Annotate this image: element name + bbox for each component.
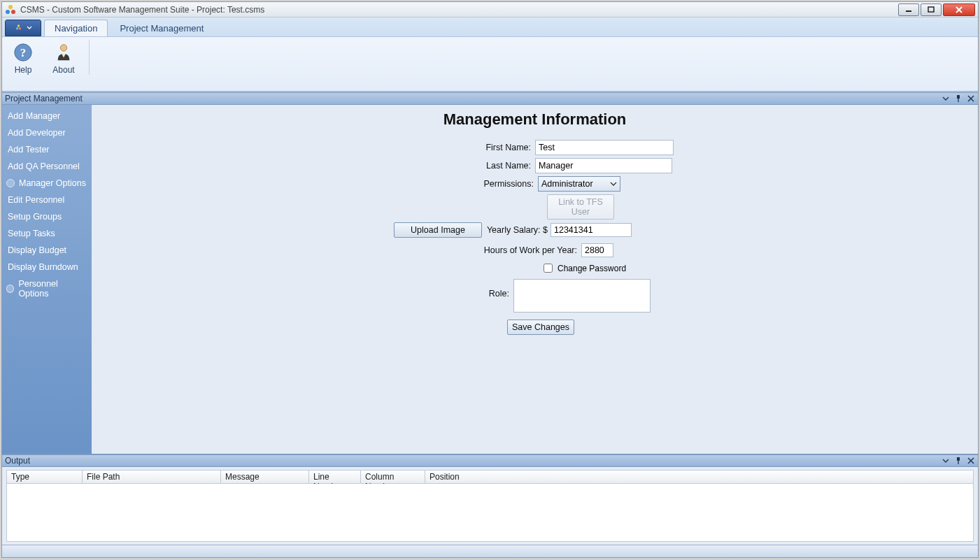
col-message[interactable]: Message xyxy=(221,471,309,483)
output-columns: Type File Path Message Line Number Colum… xyxy=(6,470,974,484)
last-name-label: Last Name: xyxy=(92,161,531,171)
ribbon-tabstrip: Navigation Project Management xyxy=(2,17,978,37)
svg-point-12 xyxy=(60,45,66,51)
window-title: CSMS - Custom Software Management Suite … xyxy=(20,5,264,15)
col-type[interactable]: Type xyxy=(7,471,83,483)
role-label: Role: xyxy=(92,279,509,299)
tab-navigation[interactable]: Navigation xyxy=(44,20,108,36)
title-bar: CSMS - Custom Software Management Suite … xyxy=(2,2,978,17)
panel-close-icon[interactable] xyxy=(967,94,975,103)
radio-icon xyxy=(6,285,14,293)
app-menu-button[interactable] xyxy=(5,20,41,36)
tab-project-management[interactable]: Project Management xyxy=(109,20,214,36)
col-file-path[interactable]: File Path xyxy=(83,471,221,483)
pm-sidebar: Add Manager Add Developer Add Tester Add… xyxy=(2,105,92,454)
sidebar-item-add-manager[interactable]: Add Manager xyxy=(2,108,92,124)
save-changes-button[interactable]: Save Changes xyxy=(507,320,574,335)
ribbon-body: ? Help About xyxy=(2,37,978,92)
sidebar-item-add-tester[interactable]: Add Tester xyxy=(2,141,92,158)
svg-point-1 xyxy=(6,10,10,14)
last-name-input[interactable] xyxy=(535,158,672,173)
pin-icon[interactable] xyxy=(954,457,963,465)
sidebar-item-add-developer[interactable]: Add Developer xyxy=(2,124,92,141)
svg-point-0 xyxy=(8,5,13,9)
first-name-input[interactable] xyxy=(535,140,674,155)
yearly-salary-input[interactable] xyxy=(551,223,632,237)
permissions-select[interactable]: Administrator xyxy=(538,176,620,192)
col-line[interactable]: Line Number xyxy=(309,471,361,483)
ribbon-group: ? Help About xyxy=(8,40,90,75)
sidebar-item-edit-personnel[interactable]: Edit Personnel xyxy=(2,192,92,208)
about-icon xyxy=(52,41,75,64)
panel-close-icon[interactable] xyxy=(967,457,975,465)
sidebar-item-manager-options[interactable]: Manager Options xyxy=(2,175,92,192)
sidebar-item-setup-tasks[interactable]: Setup Tasks xyxy=(2,225,92,242)
svg-point-2 xyxy=(11,10,15,14)
sidebar-item-display-burndown[interactable]: Display Burndown xyxy=(2,259,92,275)
output-panel-header: Output xyxy=(2,454,978,467)
col-column[interactable]: Column Number xyxy=(361,471,425,483)
svg-point-9 xyxy=(19,27,21,29)
sidebar-item-setup-groups[interactable]: Setup Groups xyxy=(2,208,92,225)
sidebar-item-add-qa[interactable]: Add QA Personnel xyxy=(2,158,92,175)
help-button[interactable]: ? Help xyxy=(8,40,38,75)
first-name-label: First Name: xyxy=(92,143,531,152)
help-label: Help xyxy=(15,65,32,75)
status-bar xyxy=(2,545,978,557)
svg-point-7 xyxy=(17,24,20,27)
svg-rect-17 xyxy=(957,457,960,461)
minimize-button[interactable] xyxy=(898,3,919,16)
upload-image-button[interactable]: Upload Image xyxy=(394,222,482,238)
sidebar-item-label: Personnel Options xyxy=(18,279,86,299)
svg-point-8 xyxy=(16,27,18,29)
role-input[interactable] xyxy=(513,279,651,313)
help-icon: ? xyxy=(12,41,34,64)
link-tfs-button: Link to TFS User xyxy=(547,194,614,220)
col-position[interactable]: Position xyxy=(425,471,467,483)
pin-icon[interactable] xyxy=(954,94,963,103)
permissions-value: Administrator xyxy=(541,179,593,189)
maximize-button[interactable] xyxy=(921,3,942,16)
output-panel: Output Type File Path Message L xyxy=(2,454,978,545)
pm-panel-header: Project Management xyxy=(2,92,978,105)
radio-icon xyxy=(6,179,15,187)
chevron-down-icon xyxy=(610,181,617,187)
dock-area: Project Management Add Manager Add xyxy=(2,92,978,545)
dropdown-icon[interactable] xyxy=(942,457,950,465)
sidebar-item-personnel-options[interactable]: Personnel Options xyxy=(2,275,92,302)
pm-panel-title: Project Management xyxy=(5,94,942,103)
about-label: About xyxy=(52,65,74,75)
svg-rect-13 xyxy=(957,95,960,99)
hours-per-year-label: Hours of Work per Year: xyxy=(92,245,577,255)
sidebar-item-display-budget[interactable]: Display Budget xyxy=(2,242,92,259)
yearly-salary-label: Yearly Salary: $ xyxy=(486,225,548,235)
about-button[interactable]: About xyxy=(48,40,79,75)
change-password-checkbox[interactable] xyxy=(544,264,553,273)
permissions-label: Permissions: xyxy=(92,179,534,189)
project-management-panel: Project Management Add Manager Add xyxy=(2,92,978,454)
close-button[interactable] xyxy=(943,3,975,16)
app-icon xyxy=(5,4,16,15)
change-password-label: Change Password xyxy=(558,264,626,273)
output-panel-title: Output xyxy=(5,456,942,466)
sidebar-item-label: Manager Options xyxy=(19,178,86,188)
dropdown-icon[interactable] xyxy=(942,94,950,103)
main-content: Management Information First Name: Last … xyxy=(92,105,978,454)
svg-text:?: ? xyxy=(20,46,26,59)
app-window: CSMS - Custom Software Management Suite … xyxy=(1,1,979,558)
output-body xyxy=(6,484,974,542)
svg-rect-4 xyxy=(928,7,934,12)
page-title: Management Information xyxy=(92,110,978,129)
hours-per-year-input[interactable] xyxy=(581,243,613,257)
